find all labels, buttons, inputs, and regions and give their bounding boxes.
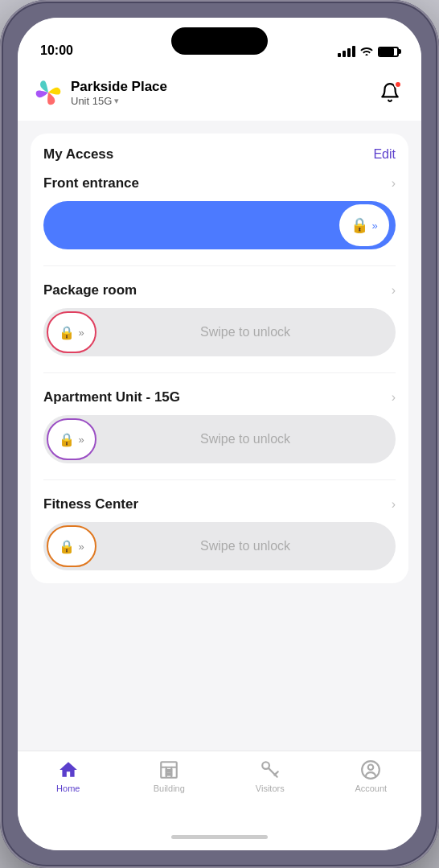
lock-icon: 🔒 <box>351 216 368 234</box>
battery-icon <box>378 47 399 57</box>
divider-3 <box>43 479 396 480</box>
swipe-thumb-package-room[interactable]: 🔒 » <box>47 311 96 353</box>
access-item-name: Apartment Unit - 15G <box>43 389 180 405</box>
access-item-name: Package room <box>43 282 137 298</box>
dynamic-island <box>171 27 268 55</box>
svg-rect-3 <box>166 773 168 775</box>
svg-point-7 <box>368 765 374 771</box>
building-icon <box>158 759 179 780</box>
access-item-header: Package room › <box>43 282 396 298</box>
header-text: Parkside Place Unit 15G ▾ <box>71 79 167 107</box>
svg-rect-2 <box>170 770 171 771</box>
access-item-header: Front entrance › <box>43 175 396 191</box>
nav-item-home[interactable]: Home <box>36 759 101 793</box>
signal-bar-2 <box>343 51 346 57</box>
home-pill <box>171 835 268 839</box>
access-item-front-entrance: Front entrance › 🔒 » <box>43 175 396 249</box>
home-icon <box>58 759 79 780</box>
swipe-thumb-apartment-unit[interactable]: 🔒 » <box>47 418 96 460</box>
chevron-double-icon: » <box>78 434 84 446</box>
chevron-right-icon: › <box>392 283 396 298</box>
home-indicator <box>18 823 421 850</box>
svg-rect-1 <box>166 770 168 771</box>
swipe-track-apartment-unit[interactable]: 🔒 » Swipe to unlock <box>43 415 396 463</box>
access-item-package-room: Package room › 🔒 » Swipe to unlock <box>43 282 396 356</box>
phone-screen: 10:00 <box>18 18 421 850</box>
section-header: My Access Edit <box>43 146 396 162</box>
header-left: Parkside Place Unit 15G ▾ <box>34 78 167 107</box>
lock-icon: 🔒 <box>59 325 75 340</box>
nav-item-building[interactable]: Building <box>137 759 201 793</box>
signal-bars-icon <box>338 46 355 57</box>
chevron-double-icon: » <box>371 220 377 232</box>
notification-bell-button[interactable] <box>375 77 405 108</box>
account-icon <box>360 759 381 780</box>
nav-item-visitors[interactable]: Visitors <box>238 759 302 793</box>
access-section: My Access Edit Front entrance › 🔒 » <box>31 134 408 583</box>
access-item-fitness-center: Fitness Center › 🔒 » Swipe to unlock <box>43 496 396 570</box>
phone-frame: 10:00 <box>0 0 439 868</box>
notification-badge <box>394 80 402 88</box>
swipe-track-fitness-center[interactable]: 🔒 » Swipe to unlock <box>43 522 396 570</box>
access-item-name: Front entrance <box>43 175 139 191</box>
nav-item-account[interactable]: Account <box>338 759 403 793</box>
divider-1 <box>43 265 396 266</box>
swipe-label-package-room: Swipe to unlock <box>108 325 383 339</box>
chevron-right-icon: › <box>392 176 396 191</box>
lock-icon: 🔒 <box>59 432 75 447</box>
nav-label-visitors: Visitors <box>256 784 285 793</box>
nav-label-building: Building <box>154 784 185 793</box>
swipe-track-package-room[interactable]: 🔒 » Swipe to unlock <box>43 308 396 356</box>
signal-bar-1 <box>338 53 341 57</box>
nav-label-account: Account <box>355 784 387 793</box>
lock-icon: 🔒 <box>59 539 75 554</box>
divider-2 <box>43 372 396 373</box>
bottom-nav: Home Building <box>18 751 421 823</box>
signal-bar-3 <box>347 48 351 57</box>
access-item-header: Fitness Center › <box>43 496 396 512</box>
status-time: 10:00 <box>40 43 73 58</box>
swipe-track-front-entrance[interactable]: 🔒 » <box>43 201 396 249</box>
nav-label-home: Home <box>56 784 80 793</box>
edit-button[interactable]: Edit <box>373 147 396 162</box>
wifi-icon <box>360 45 373 58</box>
app-name: Parkside Place <box>71 79 167 95</box>
access-item-header: Apartment Unit - 15G › <box>43 389 396 405</box>
swipe-label-fitness-center: Swipe to unlock <box>108 539 383 553</box>
chevron-double-icon: » <box>78 327 84 339</box>
signal-bar-4 <box>352 46 355 57</box>
svg-rect-4 <box>170 773 171 775</box>
access-item-apartment-unit: Apartment Unit - 15G › 🔒 » Swipe to unlo… <box>43 389 396 463</box>
app-logo <box>34 78 63 107</box>
chevron-right-icon: › <box>392 390 396 405</box>
swipe-thumb-fitness-center[interactable]: 🔒 » <box>47 525 96 567</box>
unit-label: Unit 15G ▾ <box>71 95 167 107</box>
app-header: Parkside Place Unit 15G ▾ <box>18 64 421 121</box>
chevron-double-icon: » <box>78 541 84 553</box>
swipe-thumb-front-entrance[interactable]: 🔒 » <box>339 204 389 246</box>
chevron-right-icon: › <box>392 497 396 512</box>
section-title: My Access <box>43 146 113 162</box>
access-item-name: Fitness Center <box>43 496 138 512</box>
status-icons <box>338 45 399 58</box>
main-content: Parkside Place Unit 15G ▾ <box>18 64 421 751</box>
swipe-label-apartment-unit: Swipe to unlock <box>108 432 383 446</box>
key-icon <box>260 759 281 780</box>
